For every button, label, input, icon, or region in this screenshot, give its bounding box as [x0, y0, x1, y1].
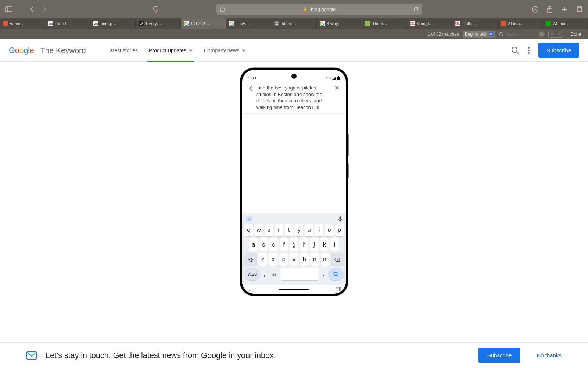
reload-icon[interactable]: [413, 7, 419, 12]
key-n[interactable]: n: [310, 253, 319, 266]
new-tab-icon[interactable]: [560, 5, 569, 14]
key-c[interactable]: c: [279, 253, 288, 266]
search-enter-key[interactable]: [328, 268, 344, 280]
browser-tab[interactable]: 4 way…: [317, 18, 362, 29]
site-header: Google The Keyword Latest stories Produc…: [0, 39, 588, 62]
shift-key[interactable]: [244, 253, 257, 266]
keyboard-collapse-icon[interactable]: ⌄: [247, 287, 251, 292]
find-mode-selector[interactable]: Begins with ⇅: [463, 31, 495, 38]
browser-tab[interactable]: The b…: [362, 18, 407, 29]
key-k[interactable]: k: [320, 238, 329, 251]
key-i[interactable]: i: [315, 224, 323, 236]
tab-label: 4 way…: [327, 21, 343, 26]
svg-point-13: [528, 50, 530, 51]
space-key[interactable]: [280, 268, 319, 280]
svg-point-17: [334, 272, 337, 275]
url-bar[interactable]: 🔒 blog.google: [216, 4, 422, 15]
key-m[interactable]: m: [321, 253, 330, 266]
favicon: [229, 21, 234, 26]
home-indicator[interactable]: [279, 289, 309, 290]
tab-label: First l…: [55, 21, 70, 26]
browser-tab[interactable]: SEJGoogl…: [407, 18, 452, 29]
browser-tab[interactable]: wpimrs.p…: [90, 18, 136, 29]
nav-company-news[interactable]: Company news: [204, 39, 246, 62]
browser-tab[interactable]: SEJRolls…: [452, 18, 498, 29]
key-j[interactable]: j: [310, 238, 319, 251]
key-l[interactable]: l: [330, 238, 339, 251]
find-nav: < >: [548, 31, 563, 38]
key-e[interactable]: e: [265, 224, 273, 236]
key-q[interactable]: q: [244, 224, 253, 236]
key-z[interactable]: z: [258, 253, 267, 266]
keyboard-expand-icon[interactable]: ›: [246, 216, 252, 222]
emoji-key[interactable]: ☺: [269, 268, 279, 280]
numbers-key[interactable]: ?123: [244, 268, 260, 280]
key-t[interactable]: t: [285, 224, 293, 236]
browser-tab[interactable]: AI ima…: [498, 18, 543, 29]
search-icon[interactable]: [511, 46, 519, 54]
close-icon[interactable]: [334, 85, 339, 90]
key-w[interactable]: w: [254, 224, 263, 236]
clear-icon[interactable]: ✕: [539, 31, 545, 37]
key-o[interactable]: o: [325, 224, 333, 236]
svg-point-14: [528, 52, 530, 54]
browser-tab[interactable]: How…: [226, 18, 271, 29]
key-u[interactable]: u: [305, 224, 313, 236]
lock-icon: 🔒: [303, 7, 308, 12]
subscribe-button[interactable]: Subscribe: [538, 43, 579, 58]
key-f[interactable]: f: [280, 238, 288, 251]
key-y[interactable]: y: [295, 224, 303, 236]
key-p[interactable]: p: [335, 224, 344, 236]
key-b[interactable]: b: [300, 253, 309, 266]
shield-icon[interactable]: [151, 5, 160, 14]
search-query-text[interactable]: Find the best yoga or pilates studios in…: [256, 85, 331, 110]
nav-product-updates[interactable]: Product updates: [149, 39, 193, 62]
tabs-icon[interactable]: [575, 5, 584, 14]
chevron-down-icon: [241, 49, 246, 52]
find-next-icon[interactable]: >: [556, 31, 563, 37]
find-input[interactable]: [506, 32, 535, 37]
key-s[interactable]: s: [259, 238, 268, 251]
comma-key[interactable]: ,: [261, 268, 268, 280]
browser-tab[interactable]: I/O 202…: [181, 18, 226, 29]
backspace-key[interactable]: [331, 253, 344, 266]
newsletter-no-thanks-button[interactable]: No thanks: [537, 352, 562, 358]
more-icon[interactable]: [528, 47, 530, 54]
tab-label: I/O 202…: [191, 21, 209, 26]
browser-tab[interactable]: AI Ima…: [543, 18, 588, 29]
key-h[interactable]: h: [300, 238, 309, 251]
svg-point-10: [512, 47, 517, 52]
downloads-icon[interactable]: [531, 5, 539, 14]
period-key[interactable]: .: [320, 268, 327, 280]
browser-tab[interactable]: WEvery…: [136, 18, 181, 29]
key-g[interactable]: g: [290, 238, 298, 251]
back-icon[interactable]: [27, 5, 36, 14]
site-title[interactable]: The Keyword: [40, 46, 86, 55]
svg-rect-0: [6, 7, 12, 12]
mic-icon[interactable]: [338, 216, 342, 222]
svg-rect-25: [27, 352, 36, 359]
newsletter-subscribe-button[interactable]: Subscribe: [478, 348, 521, 363]
find-prev-icon[interactable]: <: [549, 31, 556, 37]
browser-tab[interactable]: wpFirst l…: [45, 18, 90, 29]
key-x[interactable]: x: [269, 253, 277, 266]
key-a[interactable]: a: [249, 238, 258, 251]
phone-time: 9:30: [248, 76, 256, 80]
find-done-button[interactable]: Done: [567, 31, 584, 38]
key-v[interactable]: v: [290, 253, 298, 266]
favicon: wp: [48, 21, 53, 26]
sidebar-icon[interactable]: [4, 5, 13, 14]
find-search-field[interactable]: [499, 32, 535, 37]
nav-latest-stories[interactable]: Latest stories: [107, 39, 138, 62]
key-d[interactable]: d: [269, 238, 278, 251]
tab-label: Every…: [146, 21, 161, 26]
google-logo[interactable]: Google: [9, 46, 34, 55]
keyboard-grid-icon[interactable]: [336, 287, 341, 291]
back-icon[interactable]: [249, 85, 252, 91]
browser-tab[interactable]: when…: [0, 18, 45, 29]
signal-icon: [332, 77, 336, 80]
favicon: G: [274, 21, 279, 26]
browser-tab[interactable]: Ghttps:…: [271, 18, 316, 29]
key-r[interactable]: r: [275, 224, 283, 236]
share-icon[interactable]: [545, 5, 554, 14]
